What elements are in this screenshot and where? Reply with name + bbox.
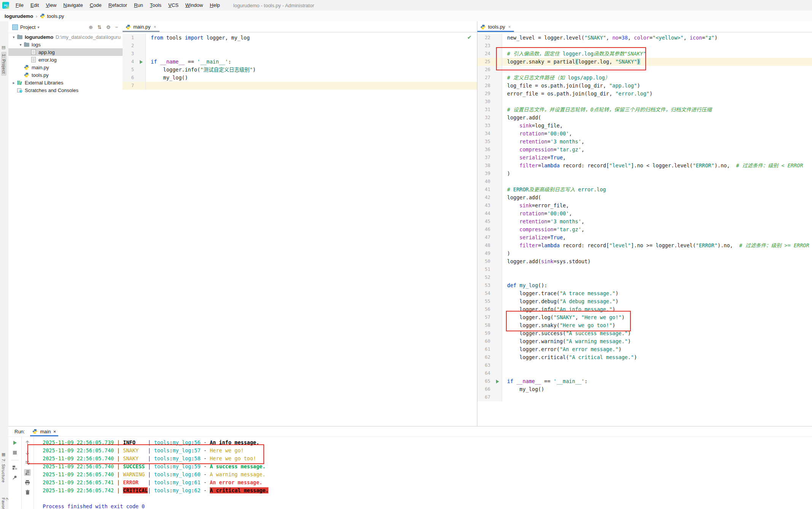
code-line-33[interactable]: 33 sink=log_file, bbox=[477, 122, 812, 130]
stop-icon[interactable] bbox=[11, 449, 18, 456]
menu-window[interactable]: Window bbox=[182, 0, 206, 11]
code-line-29[interactable]: 29error_file = os.path.join(log_dir, "er… bbox=[477, 90, 812, 98]
tree-item-scratches-and-consoles[interactable]: Scratches and Consoles bbox=[8, 86, 123, 94]
code-line-43[interactable]: 43 sink=error_file, bbox=[477, 202, 812, 210]
project-view-label[interactable]: Project bbox=[20, 24, 35, 30]
code-line-54[interactable]: 54 logger.trace("A trace message.") bbox=[477, 289, 812, 297]
project-tool-icon[interactable]: ▤ bbox=[2, 45, 5, 50]
clear-all-icon[interactable] bbox=[24, 489, 31, 496]
code-line-22[interactable]: 22new_level = logger.level("SNAKY", no=3… bbox=[477, 34, 812, 42]
code-line-62[interactable]: 62 logger.critical("A critical message."… bbox=[477, 353, 812, 361]
code-line-47[interactable]: 47 serialize=True, bbox=[477, 234, 812, 242]
menu-help[interactable]: Help bbox=[206, 0, 223, 11]
code-line-38[interactable]: 38 filter=lambda record: record["level"]… bbox=[477, 162, 812, 170]
menu-edit[interactable]: Edit bbox=[27, 0, 42, 11]
chevron-down-icon[interactable]: ▾ bbox=[37, 25, 39, 29]
stripe-structure-button[interactable]: 7: Structure bbox=[1, 459, 6, 483]
restore-layout-icon[interactable] bbox=[11, 464, 18, 471]
code-line-36[interactable]: 36 compression='tar.gz', bbox=[477, 146, 812, 154]
code-line-63[interactable]: 63 bbox=[477, 361, 812, 369]
structure-tool-icon[interactable]: ▦ bbox=[2, 452, 5, 457]
code-line-39[interactable]: 39) bbox=[477, 170, 812, 178]
code-line-57[interactable]: 57 logger.log("SNAKY", "Here we go!") bbox=[477, 313, 812, 321]
menu-vcs[interactable]: VCS bbox=[165, 0, 182, 11]
code-line-23[interactable]: 23 bbox=[477, 42, 812, 50]
gear-icon[interactable]: ⚙ bbox=[106, 24, 111, 30]
rerun-icon[interactable] bbox=[11, 439, 18, 446]
menu-refactor[interactable]: Refactor bbox=[105, 0, 131, 11]
tree-item-error-log[interactable]: error.log bbox=[8, 56, 123, 64]
code-line-30[interactable]: 30 bbox=[477, 98, 812, 106]
code-line-59[interactable]: 59 logger.success("A success message.") bbox=[477, 329, 812, 337]
code-line-40[interactable]: 40 bbox=[477, 178, 812, 186]
run-gutter-icon[interactable] bbox=[137, 58, 146, 66]
up-arrow-icon[interactable] bbox=[24, 439, 31, 446]
code-line-67[interactable]: 67 bbox=[477, 393, 812, 401]
code-line-37[interactable]: 37 serialize=True, bbox=[477, 154, 812, 162]
code-line-41[interactable]: 41# ERROR及更高级别日志写入 error.log bbox=[477, 186, 812, 194]
code-line-32[interactable]: 32logger.add( bbox=[477, 114, 812, 122]
menu-file[interactable]: File bbox=[12, 0, 27, 11]
code-line-44[interactable]: 44 rotation='00:00', bbox=[477, 210, 812, 218]
close-icon[interactable]: × bbox=[53, 429, 56, 434]
code-line-65[interactable]: 65if __name__ == '__main__': bbox=[477, 377, 812, 385]
locate-icon[interactable]: ⊕ bbox=[89, 24, 93, 30]
soft-wrap-icon[interactable] bbox=[24, 459, 31, 466]
code-line-5[interactable]: 5 logger.info("测试自定义日志级别") bbox=[123, 66, 477, 74]
run-gutter-icon[interactable] bbox=[493, 377, 502, 385]
code-line-50[interactable]: 50logger.add(sink=sys.stdout) bbox=[477, 258, 812, 266]
code-line-27[interactable]: 27# 定义日志文件路径（如 logs/app.log） bbox=[477, 74, 812, 82]
scroll-to-end-icon[interactable] bbox=[24, 469, 31, 476]
close-icon[interactable]: × bbox=[154, 24, 156, 30]
code-line-48[interactable]: 48 filter=lambda record: record["level"]… bbox=[477, 242, 812, 250]
breadcrumb-project[interactable]: logurudemo bbox=[5, 13, 33, 19]
chevron-icon[interactable]: ▾ bbox=[11, 35, 17, 39]
chevron-icon[interactable]: ▸ bbox=[11, 81, 17, 85]
code-line-66[interactable]: 66 my_log() bbox=[477, 385, 812, 393]
code-line-1[interactable]: 1from tools import logger, my_log bbox=[123, 34, 477, 42]
tab-tools-py[interactable]: tools.py × bbox=[477, 22, 514, 32]
code-line-42[interactable]: 42logger.add( bbox=[477, 194, 812, 202]
tree-item-logs[interactable]: ▾logs bbox=[8, 41, 123, 48]
code-line-28[interactable]: 28log_file = os.path.join(log_dir, "app.… bbox=[477, 82, 812, 90]
code-line-49[interactable]: 49) bbox=[477, 250, 812, 258]
tree-item-main-py[interactable]: main.py bbox=[8, 64, 123, 71]
code-line-31[interactable]: 31# 设置日志文件，并设置日志轮转，0点轮转，保留三个月的归档文件，归档文件进… bbox=[477, 106, 812, 114]
menu-tools[interactable]: Tools bbox=[147, 0, 165, 11]
menu-navigate[interactable]: Navigate bbox=[60, 0, 86, 11]
collapse-all-icon[interactable]: ⇅ bbox=[97, 24, 102, 30]
menu-code[interactable]: Code bbox=[86, 0, 105, 11]
code-line-60[interactable]: 60 logger.warning("A warning message.") bbox=[477, 337, 812, 345]
code-line-51[interactable]: 51 bbox=[477, 266, 812, 274]
code-line-46[interactable]: 46 compression='tar.gz', bbox=[477, 226, 812, 234]
menu-view[interactable]: View bbox=[42, 0, 60, 11]
code-line-7[interactable]: 7 bbox=[123, 82, 477, 90]
run-tab-main[interactable]: main × bbox=[30, 426, 58, 436]
tab-main-py[interactable]: main.py × bbox=[123, 22, 160, 32]
code-line-34[interactable]: 34 rotation='00:00', bbox=[477, 130, 812, 138]
code-line-25[interactable]: 25logger.snaky = partial(logger.log, "SN… bbox=[477, 58, 812, 66]
stripe-project-button[interactable]: 1: Project bbox=[1, 52, 6, 76]
code-line-24[interactable]: 24# 引入偏函数，固定住 logger.log函数及其参数"SNAKY" bbox=[477, 50, 812, 58]
code-line-4[interactable]: 4if __name__ == '__main__': bbox=[123, 58, 477, 66]
code-line-52[interactable]: 52 bbox=[477, 274, 812, 282]
tree-item-external-libraries[interactable]: ▸External Libraries bbox=[8, 79, 123, 86]
menu-run[interactable]: Run bbox=[131, 0, 147, 11]
code-line-3[interactable]: 3 bbox=[123, 50, 477, 58]
down-arrow-icon[interactable] bbox=[24, 449, 31, 456]
chevron-icon[interactable]: ▾ bbox=[18, 43, 24, 47]
code-line-55[interactable]: 55 logger.debug("A debug message.") bbox=[477, 297, 812, 305]
code-line-56[interactable]: 56 logger.info("An info message.") bbox=[477, 305, 812, 313]
code-line-64[interactable]: 64 bbox=[477, 369, 812, 377]
close-icon[interactable]: × bbox=[508, 24, 511, 30]
code-line-26[interactable]: 26 bbox=[477, 66, 812, 74]
tree-item-logurudemo[interactable]: ▾logurudemoD:\my_data\code_data\loguru bbox=[8, 33, 123, 41]
code-line-58[interactable]: 58 logger.snaky("Here we go too!") bbox=[477, 321, 812, 329]
code-line-6[interactable]: 6 my_log() bbox=[123, 74, 477, 82]
pin-icon[interactable] bbox=[11, 474, 18, 481]
tree-item-tools-py[interactable]: tools.py bbox=[8, 71, 123, 79]
print-icon[interactable] bbox=[24, 479, 31, 486]
breadcrumb-file[interactable]: tools.py bbox=[47, 13, 64, 19]
hide-icon[interactable]: − bbox=[115, 24, 118, 30]
code-line-2[interactable]: 2 bbox=[123, 42, 477, 50]
